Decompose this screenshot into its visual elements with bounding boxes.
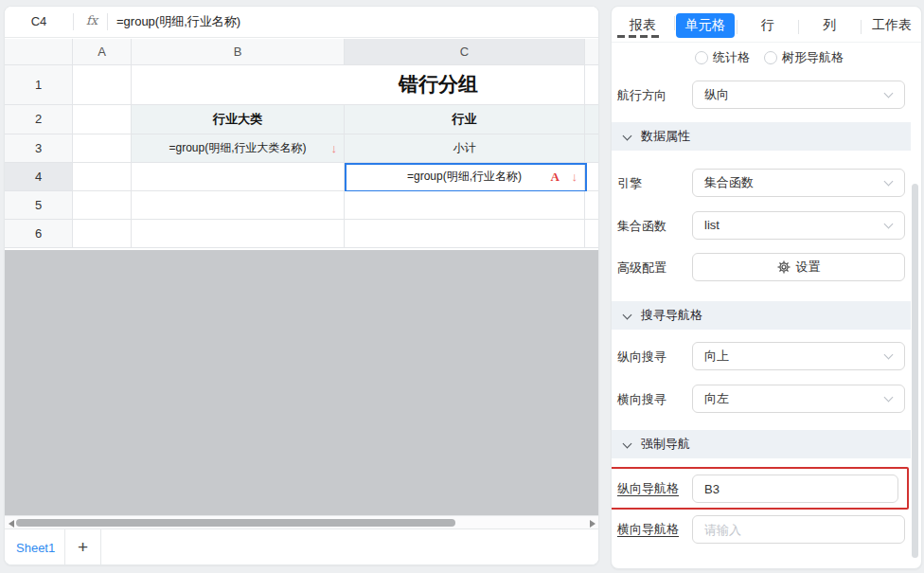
- panel-scroll-thumb[interactable]: [912, 184, 918, 558]
- row-header-5[interactable]: 5: [5, 191, 73, 220]
- row-header-1[interactable]: 1: [5, 65, 73, 105]
- scroll-right-arrow-icon[interactable]: [590, 520, 595, 528]
- gear-icon: [777, 260, 791, 274]
- vertical-search-label: 纵向搜寻: [617, 349, 666, 365]
- cell-b4[interactable]: [132, 163, 345, 191]
- column-header-b[interactable]: B: [132, 39, 345, 65]
- horizontal-search-label: 横向搜寻: [617, 392, 666, 407]
- agg-func-label: 集合函数: [617, 219, 666, 234]
- cell-d1[interactable]: [585, 65, 599, 105]
- cell-a3[interactable]: [73, 134, 132, 163]
- horizontal-nav-cell-label: 横向导航格: [617, 522, 679, 537]
- divider: [73, 13, 74, 30]
- vertical-search-select[interactable]: 向上: [692, 342, 905, 370]
- cell-b3[interactable]: =group(明细,行业大类名称) ↓: [132, 134, 345, 163]
- row-header-3[interactable]: 3: [5, 134, 73, 163]
- cell-a6[interactable]: [73, 220, 132, 248]
- add-sheet-button[interactable]: +: [65, 529, 101, 565]
- radio-tree-nav-cell[interactable]: [764, 51, 777, 64]
- cell-c6[interactable]: [345, 220, 585, 248]
- tab-report[interactable]: 报表: [612, 17, 674, 34]
- collapse-chevron-icon: [623, 311, 632, 320]
- fx-icon[interactable]: fx: [86, 7, 98, 37]
- section-data-props[interactable]: 数据属性: [612, 122, 911, 151]
- sheet-void-area: [5, 250, 599, 515]
- collapse-chevron-icon: [623, 132, 632, 141]
- nav-direction-select[interactable]: 纵向: [692, 81, 905, 109]
- row-header-2[interactable]: 2: [5, 105, 73, 134]
- agg-func-select[interactable]: list: [692, 211, 905, 240]
- row-header-6[interactable]: 6: [5, 220, 73, 248]
- horizontal-search-select[interactable]: 向左: [692, 385, 905, 413]
- cell-d2[interactable]: [585, 105, 599, 134]
- column-header-c[interactable]: C: [345, 39, 585, 65]
- cell-d6[interactable]: [585, 220, 599, 248]
- cell-b1-title[interactable]: 错行分组: [132, 65, 585, 105]
- cell-b2[interactable]: 行业大类: [132, 105, 345, 134]
- cell-b5[interactable]: [132, 191, 345, 220]
- select-all-corner[interactable]: [5, 39, 73, 65]
- section-search-nav[interactable]: 搜寻导航格: [612, 301, 911, 330]
- row-header-4[interactable]: 4: [5, 163, 73, 191]
- engine-select[interactable]: 集合函数: [692, 169, 905, 197]
- formula-input[interactable]: =group(明细,行业名称): [116, 7, 240, 37]
- nav-direction-label: 航行方向: [617, 88, 666, 103]
- cell-b6[interactable]: [132, 220, 345, 248]
- cell-d5[interactable]: [585, 191, 599, 220]
- cell-c5[interactable]: [345, 191, 585, 220]
- horizontal-scroll-thumb[interactable]: [16, 519, 455, 527]
- chevron-down-icon: [884, 350, 894, 360]
- chevron-down-icon: [884, 89, 894, 98]
- radio-tree-nav-cell-label: 树形导航格: [782, 50, 844, 65]
- divider: [107, 13, 108, 30]
- collapse-chevron-icon: [623, 439, 632, 449]
- settings-button[interactable]: 设置: [692, 253, 905, 281]
- cell-b3-formula: =group(明细,行业大类名称): [169, 141, 306, 154]
- advanced-config-label: 高级配置: [617, 260, 666, 276]
- tab-cell[interactable]: 单元格: [674, 13, 737, 38]
- section-forced-nav[interactable]: 强制导航: [612, 430, 911, 458]
- selection-outline: [345, 163, 587, 192]
- radio-stat-cell[interactable]: [695, 51, 708, 64]
- cell-reference[interactable]: C4: [5, 7, 73, 37]
- spreadsheet-panel: C4 fx =group(明细,行业名称) A B C 1 错行分组 2 行业大…: [4, 6, 599, 565]
- cell-a4[interactable]: [73, 163, 132, 191]
- chevron-down-icon: [884, 177, 894, 187]
- vertical-nav-cell-label: 纵向导航格: [617, 481, 679, 496]
- tab-worksheet[interactable]: 工作表: [861, 17, 922, 34]
- cell-a5[interactable]: [73, 191, 132, 220]
- cell-a2[interactable]: [73, 105, 132, 134]
- engine-label: 引擎: [617, 176, 642, 191]
- properties-panel: 报表 单元格 行 列 工作表 统计格 树形导航格 航行方向 纵向 数据属性 引擎…: [611, 6, 922, 569]
- sheet-tab-bar: Sheet1 +: [5, 528, 599, 565]
- cell-c2[interactable]: 行业: [345, 105, 585, 134]
- column-header-a[interactable]: A: [73, 39, 132, 65]
- column-header-d-sliver[interactable]: [585, 39, 599, 65]
- chevron-down-icon: [884, 220, 894, 229]
- cell-c3[interactable]: 小计: [345, 134, 585, 163]
- chevron-down-icon: [884, 393, 894, 403]
- cell-d3[interactable]: [585, 134, 599, 163]
- cell-a1[interactable]: [73, 65, 132, 105]
- horizontal-nav-cell-input[interactable]: [692, 515, 905, 544]
- cell-d4[interactable]: [585, 163, 599, 191]
- expand-down-arrow-icon: ↓: [331, 134, 338, 162]
- radio-stat-cell-label: 统计格: [713, 50, 750, 65]
- tab-row[interactable]: 行: [737, 17, 799, 34]
- formula-bar: C4 fx =group(明细,行业名称): [5, 7, 599, 38]
- clipped-label-fragment: [617, 35, 661, 38]
- active-tab-pill: 单元格: [676, 13, 735, 38]
- horizontal-scrollbar[interactable]: [5, 515, 599, 528]
- sheet-tab-sheet1[interactable]: Sheet1: [5, 529, 65, 565]
- tab-column[interactable]: 列: [798, 17, 861, 34]
- vertical-nav-cell-input[interactable]: [692, 475, 898, 503]
- scroll-left-arrow-icon[interactable]: [9, 520, 14, 528]
